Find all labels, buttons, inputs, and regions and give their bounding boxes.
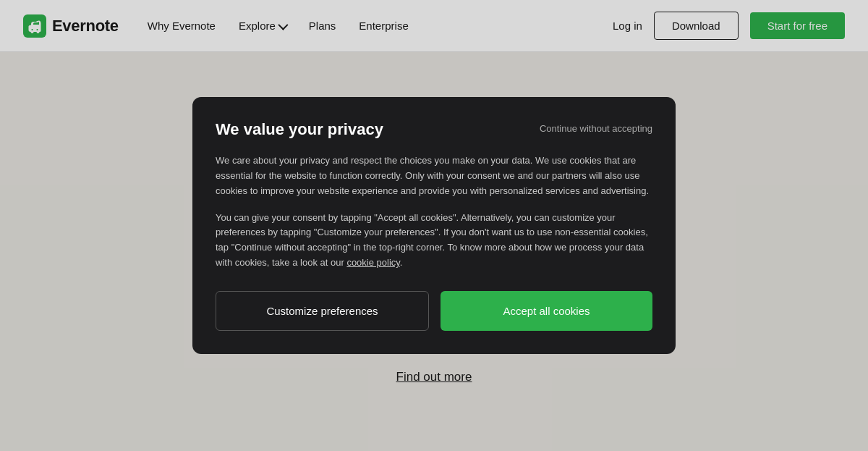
cookie-policy-link[interactable]: cookie policy xyxy=(346,257,399,268)
cookie-body-p2-text1: You can give your consent by tapping "Ac… xyxy=(216,212,648,268)
cookie-consent-modal: We value your privacy Continue without a… xyxy=(192,97,676,354)
continue-without-accepting-link[interactable]: Continue without accepting xyxy=(540,120,652,134)
cookie-modal-header: We value your privacy Continue without a… xyxy=(216,120,652,139)
modal-overlay: We value your privacy Continue without a… xyxy=(0,0,868,451)
cookie-modal-actions: Customize preferences Accept all cookies xyxy=(216,291,652,331)
cookie-modal-body: We care about your privacy and respect t… xyxy=(216,153,652,271)
cookie-body-paragraph1: We care about your privacy and respect t… xyxy=(216,153,652,198)
cookie-modal-title: We value your privacy xyxy=(216,120,383,139)
cookie-body-paragraph2: You can give your consent by tapping "Ac… xyxy=(216,211,652,271)
cookie-body-p2-text2: . xyxy=(400,257,403,268)
customize-preferences-button[interactable]: Customize preferences xyxy=(216,291,429,331)
accept-all-cookies-button[interactable]: Accept all cookies xyxy=(441,291,652,331)
